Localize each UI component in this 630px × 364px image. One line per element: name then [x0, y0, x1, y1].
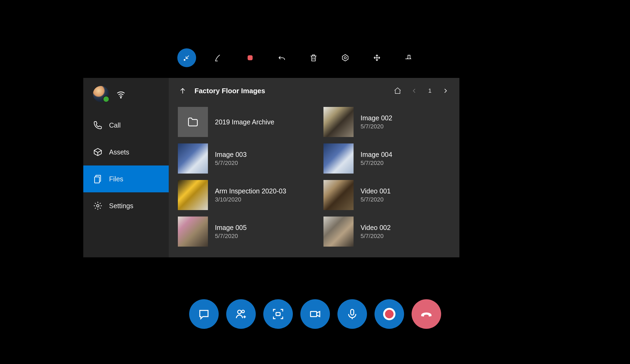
file-item[interactable]: Video 001 5/7/2020 — [323, 180, 450, 210]
file-meta: Image 003 5/7/2020 — [215, 151, 247, 167]
arrow-in-icon — [182, 53, 191, 62]
delete-button[interactable] — [304, 48, 323, 67]
undo-button[interactable] — [272, 48, 291, 67]
file-item[interactable]: Image 004 5/7/2020 — [323, 143, 450, 174]
file-date: 5/7/2020 — [361, 123, 392, 130]
avatar[interactable] — [93, 86, 109, 102]
svg-rect-11 — [351, 309, 354, 315]
video-button[interactable] — [300, 299, 330, 329]
sidebar-item-assets[interactable]: Assets — [83, 139, 169, 165]
file-date: 5/7/2020 — [361, 196, 391, 203]
home-button[interactable] — [393, 86, 402, 96]
chat-button[interactable] — [189, 299, 219, 329]
arrow-tool-button[interactable] — [177, 48, 196, 67]
box-icon — [93, 147, 103, 157]
add-participant-button[interactable] — [226, 299, 256, 329]
file-meta: 2019 Image Archive — [215, 118, 274, 126]
thumbnail — [323, 217, 354, 247]
file-meta: Video 001 5/7/2020 — [361, 187, 391, 203]
prev-page-button[interactable] — [409, 86, 419, 96]
file-meta: Image 004 5/7/2020 — [361, 151, 392, 167]
thumbnail — [323, 143, 354, 174]
folder-title: Factory Floor Images — [195, 87, 386, 95]
camera-frame-icon — [272, 308, 284, 320]
sidebar-item-label: Call — [109, 121, 121, 129]
sidebar-item-settings[interactable]: Settings — [83, 192, 169, 219]
thumbnail — [323, 180, 354, 210]
arrow-up-icon — [179, 87, 187, 95]
next-page-button[interactable] — [441, 86, 450, 96]
file-name: Video 001 — [361, 187, 391, 195]
hangup-icon — [420, 308, 433, 320]
color-swatch-icon — [246, 53, 254, 62]
video-icon — [309, 308, 321, 320]
up-button[interactable] — [178, 86, 188, 96]
file-date: 5/7/2020 — [215, 233, 247, 240]
people-add-icon — [235, 308, 247, 320]
home-icon — [394, 87, 402, 95]
sidebar-item-label: Files — [109, 175, 123, 183]
hangup-button[interactable] — [412, 299, 441, 329]
ink-tool-button[interactable] — [209, 48, 228, 67]
sidebar-item-label: Assets — [109, 148, 129, 156]
file-name: Image 002 — [361, 114, 392, 122]
content-area: Factory Floor Images 1 — [169, 78, 459, 257]
file-date: 5/7/2020 — [215, 160, 247, 167]
move-button[interactable] — [368, 48, 386, 67]
file-name: 2019 Image Archive — [215, 118, 274, 126]
file-meta: Image 005 5/7/2020 — [215, 224, 247, 240]
pin-button[interactable] — [399, 48, 418, 67]
svg-point-7 — [237, 310, 241, 314]
color-tool-button[interactable] — [241, 48, 260, 67]
svg-rect-9 — [276, 312, 280, 316]
wifi-icon — [116, 89, 126, 99]
chevron-right-icon — [442, 88, 449, 94]
file-meta: Arm Inspection 2020-03 3/10/2020 — [215, 187, 286, 203]
svg-point-0 — [184, 59, 185, 60]
file-name: Image 004 — [361, 151, 392, 158]
target-button[interactable] — [336, 48, 355, 67]
sidebar-item-call[interactable]: Call — [83, 112, 169, 139]
mic-icon — [346, 308, 358, 320]
hexagon-target-icon — [341, 53, 350, 62]
file-grid: 2019 Image Archive Image 002 5/7/2020 Im… — [178, 107, 450, 247]
app-container: Call Assets Files Settings — [83, 48, 459, 257]
file-date: 3/10/2020 — [215, 196, 286, 203]
mic-button[interactable] — [337, 299, 367, 329]
file-name: Image 005 — [215, 224, 247, 232]
file-name: Video 002 — [361, 224, 391, 232]
call-controls — [189, 299, 441, 329]
file-meta: Video 002 5/7/2020 — [361, 224, 391, 240]
file-name: Arm Inspection 2020-03 — [215, 187, 286, 195]
content-header: Factory Floor Images 1 — [178, 86, 450, 96]
file-item-folder[interactable]: 2019 Image Archive — [178, 107, 305, 137]
svg-point-8 — [242, 310, 244, 313]
file-item[interactable]: Image 002 5/7/2020 — [323, 107, 450, 137]
snapshot-button[interactable] — [263, 299, 293, 329]
gear-icon — [93, 201, 103, 211]
sidebar-item-files[interactable]: Files — [83, 165, 169, 192]
undo-icon — [278, 53, 286, 62]
file-item[interactable]: Arm Inspection 2020-03 3/10/2020 — [178, 180, 305, 210]
chevron-left-icon — [411, 88, 417, 94]
record-button[interactable] — [375, 299, 404, 329]
svg-rect-5 — [95, 177, 99, 183]
sidebar-header — [83, 86, 169, 112]
file-item[interactable]: Video 002 5/7/2020 — [323, 217, 450, 247]
thumbnail — [178, 180, 208, 210]
svg-point-2 — [344, 57, 346, 59]
folder-icon — [187, 116, 199, 128]
thumbnail — [178, 143, 208, 174]
file-date: 5/7/2020 — [361, 160, 392, 167]
phone-icon — [93, 120, 103, 130]
file-item[interactable]: Image 005 5/7/2020 — [178, 217, 305, 247]
sidebar-item-label: Settings — [109, 202, 133, 210]
trash-icon — [309, 53, 318, 62]
top-toolbar — [83, 48, 459, 78]
files-icon — [93, 174, 103, 184]
thumbnail — [323, 107, 354, 137]
page-number: 1 — [426, 87, 434, 94]
record-icon — [383, 308, 395, 320]
file-item[interactable]: Image 003 5/7/2020 — [178, 143, 305, 174]
pin-icon — [404, 53, 413, 62]
